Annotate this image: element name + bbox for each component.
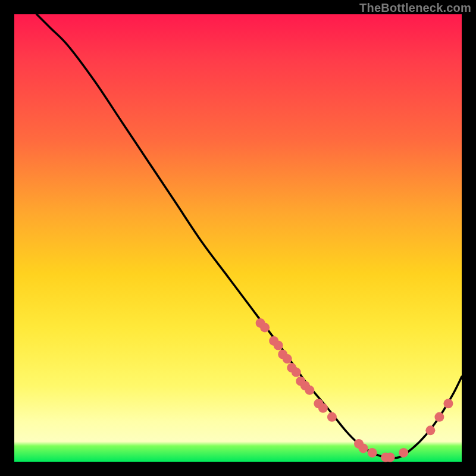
data-marker xyxy=(305,386,314,395)
data-marker xyxy=(274,340,283,350)
curve-line xyxy=(37,14,462,458)
chart-overlay xyxy=(14,14,462,462)
data-marker xyxy=(283,354,292,364)
plot-area xyxy=(14,14,462,462)
data-marker xyxy=(434,412,444,422)
data-marker xyxy=(359,443,368,453)
chart-stage: TheBottleneck.com xyxy=(0,0,476,476)
data-marker xyxy=(327,412,337,422)
data-marker xyxy=(318,403,328,413)
data-marker xyxy=(368,448,377,458)
data-marker xyxy=(443,399,453,408)
data-marker xyxy=(386,452,395,462)
attribution-label: TheBottleneck.com xyxy=(359,1,471,15)
data-marker xyxy=(292,368,301,377)
data-marker xyxy=(399,448,408,458)
data-marker xyxy=(425,425,435,435)
data-marker xyxy=(260,322,270,332)
